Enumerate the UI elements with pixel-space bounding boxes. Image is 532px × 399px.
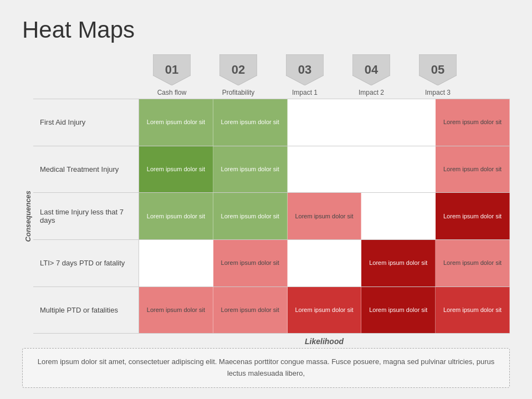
cell-1-4: Lorem ipsum dolor sit	[436, 146, 510, 193]
footer-box: Lorem ipsum dolor sit amet, consectetuer…	[22, 348, 510, 388]
likelihood-label: Likelihood	[305, 337, 344, 346]
cell-1-1: Lorem ipsum dolor sit	[213, 146, 288, 193]
row-label-2: Last time Injury less that 7 days	[33, 193, 139, 240]
main-content: 01Cash flow 02Profitability 03Impact 1 0…	[22, 54, 510, 388]
cell-1-0: Lorem ipsum dolor sit	[139, 146, 213, 193]
cell-3-1: Lorem ipsum dolor sit	[213, 240, 288, 287]
col-label-3: Impact 2	[356, 85, 386, 99]
grid-row-2: Lorem ipsum dolor sitLorem ipsum dolor s…	[139, 193, 510, 240]
cell-4-2: Lorem ipsum dolor sit	[288, 287, 362, 334]
row-label-4: Multiple PTD or fatalities	[33, 287, 139, 334]
col-header-4: 05Impact 3	[405, 54, 471, 99]
col-header-3: 04Impact 2	[338, 54, 405, 99]
cell-3-0	[139, 240, 213, 287]
row-label-1: Medical Treatment Injury	[33, 146, 139, 193]
grid-row-4: Lorem ipsum dolor sitLorem ipsum dolor s…	[139, 287, 510, 334]
cell-0-3	[361, 99, 436, 146]
col-num-4: 05	[431, 63, 444, 77]
cell-4-1: Lorem ipsum dolor sit	[213, 287, 288, 334]
col-num-1: 02	[232, 63, 245, 77]
col-header-1: 02Profitability	[205, 54, 272, 99]
cell-3-4: Lorem ipsum dolor sit	[436, 240, 510, 287]
cell-2-0: Lorem ipsum dolor sit	[139, 193, 213, 239]
col-header-0: 01Cash flow	[139, 54, 205, 99]
col-label-1: Profitability	[220, 85, 257, 99]
column-headers: 01Cash flow 02Profitability 03Impact 1 0…	[139, 54, 510, 99]
grid-row-0: Lorem ipsum dolor sitLorem ipsum dolor s…	[139, 99, 510, 146]
col-header-2: 03Impact 1	[272, 54, 338, 99]
left-side: Consequences First Aid InjuryMedical Tre…	[22, 99, 139, 334]
cell-1-2	[288, 146, 362, 193]
cell-2-2: Lorem ipsum dolor sit	[288, 193, 362, 239]
footer-text: Lorem ipsum dolor sit amet, consectetuer…	[38, 357, 494, 377]
cell-0-4: Lorem ipsum dolor sit	[436, 99, 510, 146]
col-label-0: Cash flow	[155, 85, 189, 99]
col-num-3: 04	[365, 63, 378, 77]
cell-2-1: Lorem ipsum dolor sit	[213, 193, 288, 239]
page-title: Heat Maps	[22, 17, 510, 43]
cell-2-3	[361, 193, 436, 239]
cell-4-3: Lorem ipsum dolor sit	[361, 287, 436, 334]
table-area: Consequences First Aid InjuryMedical Tre…	[22, 99, 510, 334]
row-labels: First Aid InjuryMedical Treatment Injury…	[33, 99, 139, 334]
cell-0-1: Lorem ipsum dolor sit	[213, 99, 288, 146]
row-label-3: LTI> 7 days PTD or fatality	[33, 240, 139, 287]
col-label-4: Impact 3	[423, 85, 453, 99]
grid-row-3: Lorem ipsum dolor sitLorem ipsum dolor s…	[139, 240, 510, 287]
likelihood-row: Likelihood	[139, 334, 510, 348]
cell-3-2	[288, 240, 362, 287]
cell-3-3: Lorem ipsum dolor sit	[361, 240, 436, 287]
col-num-0: 01	[165, 63, 178, 77]
col-label-2: Impact 1	[290, 85, 320, 99]
cell-2-4: Lorem ipsum dolor sit	[436, 193, 510, 239]
heat-map-grid: Lorem ipsum dolor sitLorem ipsum dolor s…	[139, 99, 510, 334]
cell-0-2	[288, 99, 362, 146]
consequences-label: Consequences	[22, 99, 33, 334]
col-num-2: 03	[298, 63, 311, 77]
grid-row-1: Lorem ipsum dolor sitLorem ipsum dolor s…	[139, 146, 510, 193]
cell-4-0: Lorem ipsum dolor sit	[139, 287, 213, 334]
row-label-0: First Aid Injury	[33, 99, 139, 146]
cell-4-4: Lorem ipsum dolor sit	[436, 287, 510, 334]
cell-1-3	[361, 146, 436, 193]
cell-0-0: Lorem ipsum dolor sit	[139, 99, 213, 146]
page: Heat Maps 01Cash flow 02Profitability 03…	[0, 0, 532, 399]
